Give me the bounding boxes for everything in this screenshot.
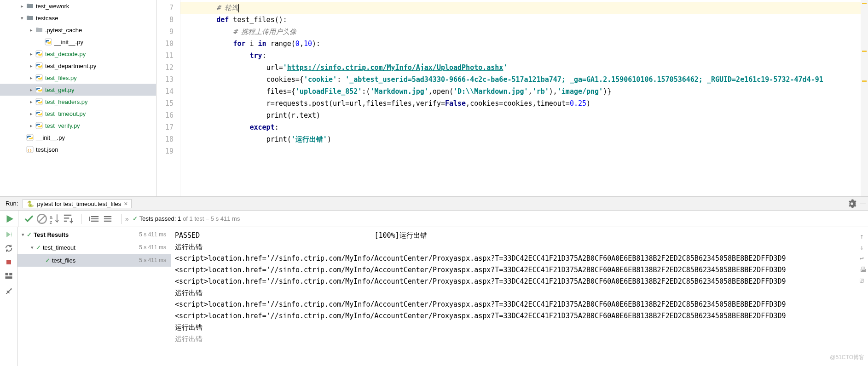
line-number: 18 (156, 133, 180, 145)
sort-alpha-icon[interactable]: az (49, 213, 61, 225)
pin-icon[interactable] (4, 285, 13, 294)
chevron-icon[interactable]: ▸ (28, 75, 35, 81)
tree-item--pytest-cache[interactable]: ▸.pytest_cache (0, 24, 156, 36)
show-ignored-icon[interactable] (36, 213, 48, 225)
svg-rect-17 (5, 276, 12, 279)
folder-grey-icon (35, 26, 43, 34)
json-icon: { } (26, 145, 34, 154)
py-icon (35, 97, 43, 106)
tree-item-label: test.json (36, 146, 58, 153)
tree-item-test-headers-py[interactable]: ▸test_headers.py (0, 96, 156, 108)
gear-icon[interactable] (847, 199, 857, 209)
project-tree[interactable]: ▸test_wework▾testcase▸.pytest_cache▸__in… (0, 0, 156, 196)
test-results-root[interactable]: ▾ ✓Test Results 5 s 411 ms (17, 228, 171, 241)
tree-item-label: test_files.py (45, 74, 77, 81)
chevron-icon[interactable]: ▸ (28, 99, 35, 105)
svg-rect-15 (5, 273, 8, 275)
collapse-all-icon[interactable] (102, 213, 114, 225)
expand-all-icon[interactable] (89, 213, 101, 225)
print-icon[interactable]: 🖶 (860, 264, 867, 271)
tree-item-test-json[interactable]: ▸{ }test.json (0, 143, 156, 155)
tree-item-test-decode-py[interactable]: ▸test_decode.py (0, 48, 156, 60)
line-number: 10 (156, 38, 180, 50)
test-suite-row[interactable]: ▾ ✓test_timeout 5 s 411 ms (17, 241, 171, 254)
minimize-icon[interactable]: — (858, 199, 868, 209)
run-tab[interactable]: 🐍 pytest for test_timeout.test_files × (23, 199, 132, 208)
py-icon (26, 133, 34, 142)
tree-item-label: test_headers.py (45, 98, 88, 105)
tree-item-label: test_decode.py (45, 51, 86, 57)
editor-gutter: 78910111213141516171819 (156, 0, 180, 196)
folder-icon (26, 2, 34, 10)
py-icon (35, 109, 43, 118)
line-number: 12 (156, 62, 180, 74)
line-number: 15 (156, 97, 180, 109)
layout-icon[interactable] (4, 271, 13, 280)
pytest-icon: 🐍 (27, 200, 34, 207)
tree-item-test-department-py[interactable]: ▸test_department.py (0, 60, 156, 72)
line-number: 14 (156, 86, 180, 97)
tree-item---init---py[interactable]: ▸__init__.py (0, 132, 156, 143)
code-editor[interactable]: 78910111213141516171819 # 轮询 def test_fi… (156, 0, 868, 196)
tree-item-label: test_timeout.py (45, 110, 86, 117)
tree-item-test-files-py[interactable]: ▸test_files.py (0, 72, 156, 84)
line-number: 7 (156, 2, 180, 14)
chevron-icon[interactable]: ▸ (28, 27, 35, 33)
show-passed-icon[interactable] (23, 213, 35, 225)
py-icon (35, 50, 43, 58)
tree-item-test-get-py[interactable]: ▸test_get.py (0, 84, 156, 96)
tree-item-label: test_verify.py (45, 122, 80, 129)
tree-item-label: __init__.py (54, 39, 83, 46)
chevron-icon[interactable]: ▸ (28, 111, 35, 117)
svg-text:{ }: { } (28, 148, 31, 152)
clear-icon[interactable]: ⎚ (860, 275, 867, 282)
tree-item-test-verify-py[interactable]: ▸test_verify.py (0, 120, 156, 132)
tree-item-label: test_get.py (45, 86, 75, 93)
py-icon (35, 121, 43, 130)
test-summary: ✓ Tests passed: 1 of 1 test – 5 s 411 ms (133, 215, 240, 222)
watermark: @51CTO博客 (830, 352, 864, 363)
tree-item-label: testcase (36, 15, 58, 22)
test-results-tree[interactable]: ▾ ✓Test Results 5 s 411 ms ▾ ✓test_timeo… (17, 227, 171, 366)
check-icon: ✓ (133, 215, 138, 222)
folder-icon (26, 14, 34, 22)
py-icon (44, 38, 52, 46)
tree-item-label: test_department.py (45, 63, 96, 69)
console-output[interactable]: PASSED [100%]运行出错 运行出错 <script>location.… (171, 227, 868, 366)
tree-item-label: .pytest_cache (45, 27, 82, 34)
chevron-icon[interactable]: ▸ (28, 87, 35, 93)
toggle-autotest-icon[interactable] (4, 244, 13, 253)
soft-wrap-icon[interactable]: ↩ (860, 253, 867, 260)
rerun-failed-icon[interactable] (4, 230, 13, 239)
rerun-icon[interactable] (4, 213, 16, 225)
scroll-bottom-icon[interactable]: ↓ (860, 242, 867, 249)
editor-code[interactable]: # 轮询 def test_files(): # 携程上传用户头像 for i … (180, 0, 868, 196)
test-case-row[interactable]: ▾ ✓test_files 5 s 411 ms (17, 254, 171, 267)
chevron-icon[interactable]: ▸ (18, 3, 26, 9)
chevron-icon[interactable]: ▾ (18, 15, 26, 21)
tree-item---init---py[interactable]: ▸__init__.py (0, 36, 156, 48)
chevron-icon[interactable]: ▸ (28, 123, 35, 129)
line-number: 9 (156, 26, 180, 38)
stop-icon[interactable] (4, 257, 13, 267)
tree-item-test-wework[interactable]: ▸test_wework (0, 0, 156, 12)
line-number: 11 (156, 50, 180, 62)
svg-rect-14 (6, 260, 11, 264)
tree-item-test-timeout-py[interactable]: ▸test_timeout.py (0, 108, 156, 120)
sort-duration-icon[interactable] (62, 213, 74, 225)
line-number: 17 (156, 121, 180, 133)
line-number: 8 (156, 14, 180, 26)
py-icon (35, 62, 43, 70)
line-number: 13 (156, 74, 180, 86)
editor-scrollbar[interactable] (861, 0, 868, 196)
svg-rect-16 (9, 273, 12, 275)
scroll-top-icon[interactable]: ↑ (860, 231, 867, 238)
tree-item-testcase[interactable]: ▾testcase (0, 12, 156, 24)
chevron-icon[interactable]: ▸ (28, 51, 35, 57)
close-icon[interactable]: × (124, 200, 127, 207)
svg-text:z: z (50, 219, 52, 225)
tree-item-label: __init__.py (36, 134, 65, 141)
run-tab-title: pytest for test_timeout.test_files (37, 200, 121, 207)
chevron-icon[interactable]: ▸ (28, 63, 35, 69)
run-panel-header: Run: 🐍 pytest for test_timeout.test_file… (0, 197, 868, 211)
